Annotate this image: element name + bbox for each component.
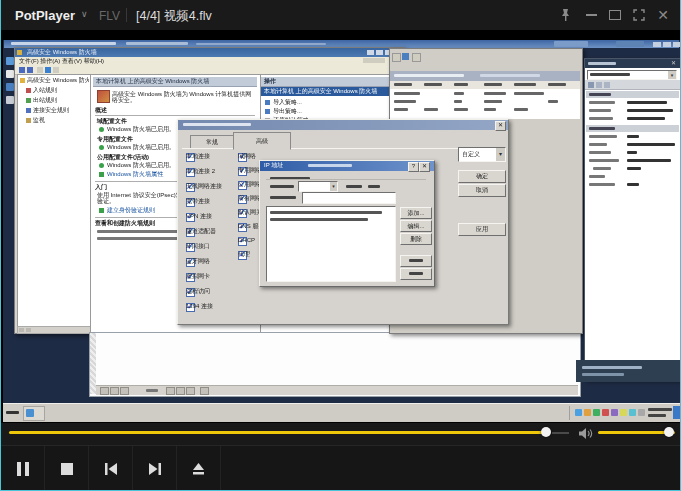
media-title: [4/4] 视频4.flv (136, 8, 212, 25)
blurred-text (589, 135, 617, 138)
blurred-text (627, 167, 641, 170)
check-ok-icon (99, 163, 104, 168)
tree-item: 连接安全规则 (33, 107, 69, 114)
actions-selected-row: 本地计算机 上的高级安全 Windows 防火墙 (261, 87, 389, 96)
tab-general: 常规 (190, 135, 234, 149)
desktop-icon (6, 70, 14, 78)
mute-button[interactable] (578, 426, 593, 444)
blurred-text (454, 92, 464, 95)
console-title: 高级安全 Windows 防火墙 (27, 49, 97, 56)
scroll-left-arrow (19, 328, 24, 332)
vm-minimize-icon (653, 42, 661, 47)
blurred-text (627, 135, 639, 138)
blurred-text (514, 83, 536, 86)
pause-button[interactable] (1, 446, 45, 491)
seek-bar-remaining[interactable] (552, 432, 569, 434)
panel-close-icon: ✕ (671, 60, 676, 67)
dropdown-arrow-icon: ▾ (330, 182, 337, 191)
seek-thumb[interactable] (541, 427, 551, 437)
pause-icon (17, 462, 29, 476)
check-ok-icon (99, 145, 104, 150)
nav-button (176, 387, 185, 395)
blurred-text (480, 74, 540, 77)
blurred-text (394, 108, 408, 111)
blurred-text (424, 83, 442, 86)
minimize-button[interactable] (579, 0, 603, 30)
tray-divider (569, 406, 570, 420)
blurred-text (589, 93, 611, 96)
nav-button (100, 387, 109, 395)
toolbar-icon (596, 82, 602, 88)
auth-rules-link: 建立身份验证规则 (107, 207, 155, 214)
tray-icon (602, 409, 609, 416)
link-icon (99, 208, 104, 213)
volume-thumb[interactable] (664, 427, 674, 437)
checkbox-label: 环回接口 (186, 243, 210, 250)
center-pane-title: 本地计算机 上的高级安全 Windows 防火墙 (96, 78, 209, 85)
seek-row (1, 423, 680, 445)
app-menu-button[interactable]: PotPlayer (15, 8, 75, 23)
tray-icon (620, 409, 627, 416)
checkbox-label: 虚拟网卡 (186, 273, 210, 280)
link-icon (99, 172, 104, 177)
blurred-text (589, 109, 611, 112)
previous-icon (104, 463, 118, 475)
back-icon (19, 67, 25, 73)
checkbox-label: 无线网络连接 (186, 183, 222, 190)
rules-heading: 查看和创建防火墙规则 (95, 220, 155, 227)
previous-button[interactable] (89, 446, 133, 491)
maximize-button[interactable] (603, 0, 627, 30)
quick-launch-icon (26, 409, 34, 417)
properties-combobox: ▾ (587, 70, 677, 80)
tree-item-icon (26, 98, 31, 103)
next-button[interactable] (133, 446, 177, 491)
pin-button[interactable] (553, 0, 577, 30)
actions-title: 操作 (264, 78, 276, 85)
forward-icon (27, 67, 33, 73)
tree-item-icon (26, 118, 31, 123)
titlebar-divider (126, 8, 127, 22)
vm-maximize-icon (663, 42, 671, 47)
center-pane-header: 本地计算机 上的高级安全 Windows 防火墙 (93, 77, 257, 87)
firewall-state: Windows 防火墙已启用。 (107, 162, 175, 169)
nav-button (200, 387, 209, 395)
apply-button: 应用 (458, 223, 506, 236)
tree-hscrollbar (17, 326, 92, 334)
toolbar-icon (588, 82, 594, 88)
seek-bar-played[interactable] (9, 431, 546, 434)
scroll-right-arrow (26, 328, 31, 332)
properties-panel: ✕ ▾ (584, 58, 680, 380)
dialog-titlebar: ✕ (178, 120, 508, 130)
blurred-text (394, 83, 412, 86)
blurred-text (627, 109, 673, 112)
inner-cancel-button (400, 268, 432, 280)
remove-button: 删除 (400, 233, 432, 245)
toolbar-icon (37, 67, 43, 73)
tray-icon (611, 409, 618, 416)
tree-item-icon (26, 88, 31, 93)
recorded-taskbar (3, 403, 680, 422)
actions-header: 操作 (261, 77, 389, 87)
edit-button: 编辑... (400, 220, 432, 232)
close-button[interactable]: ✕ (651, 0, 675, 30)
eject-button[interactable] (177, 446, 221, 491)
status-toolbar (96, 385, 578, 395)
protocol-combobox: ▾ (298, 181, 338, 192)
toolbar-icon (53, 67, 59, 73)
fullscreen-button[interactable] (627, 0, 651, 30)
nav-button (120, 387, 129, 395)
chevron-down-icon[interactable]: ∨ (81, 9, 88, 19)
blurred-text (589, 127, 615, 130)
blurred-text (484, 92, 506, 95)
blurred-text (627, 183, 639, 186)
console-tree-pane: 高级安全 Windows 防火墙 入站规则 出站规则 连接安全规则 监视 (17, 74, 92, 327)
overview-heading: 概述 (95, 107, 107, 114)
blurred-text (454, 100, 462, 103)
blurred-text (394, 74, 464, 77)
blurred-text (590, 73, 630, 76)
stop-button[interactable] (45, 446, 89, 491)
video-display-area[interactable]: 高级安全 Windows 防火墙 文件(F) 操作(A) 查看(V) 帮助(H) (1, 30, 680, 423)
inner-dialog-titlebar: IP 地址 ? ✕ (260, 161, 434, 171)
firewall-properties-link: Windows 防火墙属性 (107, 171, 163, 178)
tray-show-desktop (673, 406, 680, 419)
